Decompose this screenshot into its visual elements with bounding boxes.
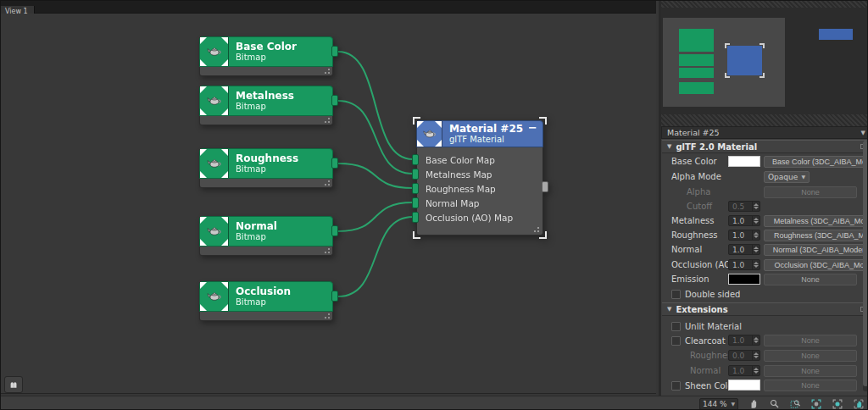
wire-metalness bbox=[338, 101, 413, 174]
checkbox-label: Unlit Material bbox=[685, 322, 742, 331]
rollout-gltf-material[interactable]: ▼ glTF 2.0 Material bbox=[662, 140, 868, 153]
navigator-area[interactable] bbox=[661, 8, 868, 114]
node-footer bbox=[199, 312, 333, 321]
input-socket[interactable] bbox=[412, 169, 419, 180]
zoom-region-button[interactable] bbox=[788, 397, 802, 410]
input-socket[interactable] bbox=[412, 197, 419, 208]
pan-view-button[interactable] bbox=[4, 376, 23, 393]
clearcoat-checkbox[interactable] bbox=[671, 336, 681, 346]
slate-material-editor-window: View 1 Base Color Bitma bbox=[0, 0, 868, 410]
chevron-down-icon: ▼ bbox=[801, 172, 805, 182]
input-socket[interactable] bbox=[412, 183, 419, 194]
node-header[interactable]: Base Color Bitmap bbox=[199, 36, 333, 67]
bitmap-node-metalness[interactable]: Metalness Bitmap bbox=[199, 86, 333, 125]
zoom-level-dropdown[interactable]: 144 % ▼ bbox=[699, 398, 738, 410]
navigator-minimap[interactable] bbox=[661, 1, 868, 126]
zoom-extents-button[interactable] bbox=[810, 397, 823, 410]
node-header[interactable]: Normal Bitmap bbox=[199, 216, 333, 247]
node-footer bbox=[199, 67, 333, 76]
resize-grip-icon[interactable] bbox=[328, 252, 330, 253]
pan-to-selected-button[interactable] bbox=[852, 397, 865, 410]
node-title: Metalness bbox=[236, 90, 294, 102]
node-footer bbox=[199, 116, 333, 125]
unlit-material-checkbox[interactable] bbox=[671, 322, 681, 331]
resize-grip-icon[interactable] bbox=[328, 317, 330, 319]
binoculars-icon bbox=[8, 380, 19, 390]
input-slot[interactable]: Normal Map bbox=[417, 196, 542, 210]
param-row-cc-roughness: Roughness 0.0 None bbox=[661, 349, 868, 363]
node-editor: View 1 Base Color Bitma bbox=[1, 1, 656, 396]
clearcoat-spinner: 1.0 bbox=[728, 335, 760, 346]
bitmap-node-normal[interactable]: Normal Bitmap bbox=[199, 216, 333, 256]
alpha-mode-dropdown[interactable]: Opaque▼ bbox=[764, 171, 810, 183]
sheen-color-swatch[interactable] bbox=[728, 380, 760, 391]
node-subtitle: Bitmap bbox=[236, 53, 297, 63]
node-header[interactable]: Material #25 glTF Material − bbox=[416, 120, 543, 147]
rollout-extensions[interactable]: ▼ Extensions bbox=[662, 302, 868, 316]
output-socket[interactable] bbox=[331, 158, 338, 169]
minimap-node bbox=[679, 54, 714, 66]
occlusion-map-button[interactable]: Occlusion (3DC_AIBA_ModernBo bbox=[764, 259, 865, 271]
material-selector-dropdown[interactable]: Material #25 ▼ bbox=[661, 126, 868, 139]
input-slot[interactable]: Occlusion (AO) Map bbox=[417, 210, 542, 224]
resize-grip-icon[interactable] bbox=[328, 72, 330, 74]
minimap-node-selected bbox=[727, 46, 762, 75]
chevron-down-icon: ▼ bbox=[861, 130, 865, 136]
bitmap-node-basecolor[interactable]: Base Color Bitmap bbox=[199, 36, 333, 76]
resize-grip-icon[interactable] bbox=[328, 184, 330, 186]
metalness-map-button[interactable]: Metalness (3DC_AIBA_ModernBo bbox=[764, 215, 865, 227]
wire-roughness bbox=[338, 163, 413, 188]
node-header[interactable]: Metalness Bitmap bbox=[199, 86, 333, 116]
double-sided-checkbox[interactable] bbox=[671, 290, 681, 299]
input-slot[interactable]: Roughness Map bbox=[417, 181, 542, 196]
input-socket[interactable] bbox=[412, 212, 419, 223]
cc-roughness-spinner: 0.0 bbox=[728, 350, 760, 361]
spinner-arrows-icon bbox=[752, 351, 760, 360]
input-socket[interactable] bbox=[412, 154, 419, 165]
node-canvas[interactable]: Base Color Bitmap Metalness Bitmap bbox=[1, 14, 656, 394]
zoom-extents-selected-button[interactable] bbox=[831, 397, 844, 410]
output-socket[interactable] bbox=[331, 225, 338, 236]
material-output-socket[interactable] bbox=[542, 181, 548, 192]
param-row-cc-normal: Normal 1.0 None bbox=[661, 364, 868, 379]
input-slot[interactable]: Base Color Map bbox=[417, 152, 542, 167]
node-subtitle: Bitmap bbox=[236, 102, 294, 112]
node-header[interactable]: Occlusion Bitmap bbox=[199, 281, 333, 312]
minimize-node-button[interactable]: − bbox=[528, 122, 537, 134]
resize-grip-icon[interactable] bbox=[537, 230, 539, 232]
minimap-node bbox=[679, 29, 714, 52]
bitmap-node-occlusion[interactable]: Occlusion Bitmap bbox=[199, 281, 333, 321]
output-socket[interactable] bbox=[331, 46, 338, 57]
node-title: Material #25 bbox=[449, 123, 523, 135]
emission-color-swatch[interactable] bbox=[728, 274, 760, 285]
node-subtitle: Bitmap bbox=[236, 164, 298, 175]
dropdown-value: Opaque bbox=[768, 172, 798, 182]
zoom-tool-button[interactable] bbox=[767, 397, 781, 410]
emission-map-button[interactable]: None bbox=[764, 274, 857, 285]
panel-scrollbar[interactable] bbox=[863, 141, 868, 391]
material-node[interactable]: Material #25 glTF Material − Base Color … bbox=[416, 120, 543, 235]
input-slot[interactable]: Metalness Map bbox=[417, 167, 542, 181]
cc-roughness-map-button: None bbox=[764, 350, 857, 362]
resize-grip-icon[interactable] bbox=[328, 121, 330, 123]
wire-normal bbox=[338, 202, 413, 231]
param-label: Emission bbox=[671, 274, 709, 284]
base-color-map-button[interactable]: Base Color (3DC_AIBA_ModernBo bbox=[764, 156, 865, 168]
output-socket[interactable] bbox=[331, 291, 338, 302]
spinner-arrows-icon bbox=[752, 335, 760, 345]
selector-label: Material #25 bbox=[667, 128, 720, 137]
node-header[interactable]: Roughness Bitmap bbox=[199, 148, 333, 179]
zoom-extents-selected-icon bbox=[832, 398, 843, 410]
pan-tool-button[interactable] bbox=[746, 397, 760, 410]
chevron-down-icon: ▼ bbox=[731, 401, 735, 407]
hand-icon bbox=[748, 398, 759, 409]
bitmap-node-roughness[interactable]: Roughness Bitmap bbox=[199, 148, 333, 188]
scrollbar-thumb[interactable] bbox=[863, 141, 868, 386]
node-title: Base Color bbox=[236, 41, 297, 53]
roughness-map-button[interactable]: Roughness (3DC_AIBA_ModernB bbox=[764, 230, 865, 241]
sheen-color-checkbox[interactable] bbox=[671, 381, 681, 391]
spinner-value: 0.0 bbox=[729, 352, 752, 360]
normal-map-button[interactable]: Normal (3DC_AIBA_ModernBooks bbox=[764, 244, 865, 256]
output-socket[interactable] bbox=[331, 95, 338, 106]
spinner-value: 0.5 bbox=[729, 202, 752, 211]
